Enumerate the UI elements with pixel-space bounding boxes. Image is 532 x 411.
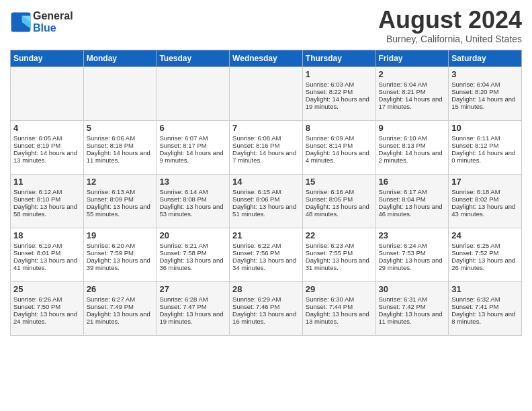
cell-w4-d7: 24Sunrise: 6:25 AMSunset: 7:52 PMDayligh… [449, 228, 522, 281]
logo-general: General [33, 10, 73, 22]
sunset-text: Sunset: 7:59 PM [87, 249, 154, 257]
sunset-text: Sunset: 7:53 PM [379, 249, 446, 257]
col-friday: Friday [375, 50, 449, 66]
day-number: 25 [13, 284, 81, 294]
cell-w5-d7: 31Sunrise: 6:32 AMSunset: 7:41 PMDayligh… [449, 281, 522, 335]
sunrise-text: Sunrise: 6:28 AM [159, 295, 226, 303]
week-row-1: 1Sunrise: 6:03 AMSunset: 8:22 PMDaylight… [11, 66, 522, 120]
sunrise-text: Sunrise: 6:06 AM [87, 134, 154, 142]
sunset-text: Sunset: 8:21 PM [379, 88, 446, 95]
sunset-text: Sunset: 8:20 PM [451, 88, 519, 95]
sunset-text: Sunset: 8:14 PM [306, 142, 373, 149]
day-number: 24 [451, 230, 519, 240]
cell-w4-d3: 20Sunrise: 6:21 AMSunset: 7:58 PMDayligh… [157, 228, 230, 281]
daylight-text: Daylight: 14 hours and 2 minutes. [379, 149, 446, 164]
sunset-text: Sunset: 8:09 PM [87, 195, 154, 203]
daylight-text: Daylight: 13 hours and 19 minutes. [159, 310, 226, 325]
sunrise-text: Sunrise: 6:14 AM [159, 188, 226, 195]
sunrise-text: Sunrise: 6:15 AM [232, 188, 300, 195]
sunrise-text: Sunrise: 6:20 AM [87, 242, 154, 249]
header-row: Sunday Monday Tuesday Wednesday Thursday… [11, 50, 522, 66]
sunrise-text: Sunrise: 6:30 AM [306, 295, 373, 303]
daylight-text: Daylight: 13 hours and 46 minutes. [379, 203, 446, 218]
sunrise-text: Sunrise: 6:23 AM [306, 242, 373, 249]
page-header: General Blue August 2024 Burney, Califor… [10, 7, 522, 44]
daylight-text: Daylight: 13 hours and 16 minutes. [232, 310, 300, 325]
daylight-text: Daylight: 13 hours and 21 minutes. [87, 310, 154, 325]
day-number: 28 [232, 284, 300, 294]
daylight-text: Daylight: 14 hours and 0 minutes. [451, 149, 519, 164]
daylight-text: Daylight: 13 hours and 34 minutes. [232, 257, 300, 271]
cell-w2-d6: 9Sunrise: 6:10 AMSunset: 8:13 PMDaylight… [375, 120, 449, 174]
week-row-4: 18Sunrise: 6:19 AMSunset: 8:01 PMDayligh… [11, 228, 522, 281]
daylight-text: Daylight: 13 hours and 36 minutes. [159, 257, 226, 271]
col-wednesday: Wednesday [230, 50, 303, 66]
cell-w3-d5: 15Sunrise: 6:16 AMSunset: 8:05 PMDayligh… [302, 174, 375, 228]
day-number: 30 [379, 284, 446, 294]
day-number: 14 [232, 177, 300, 187]
sunset-text: Sunset: 7:55 PM [306, 249, 373, 257]
day-number: 13 [159, 177, 226, 187]
daylight-text: Daylight: 13 hours and 39 minutes. [87, 257, 154, 271]
cell-w3-d6: 16Sunrise: 6:17 AMSunset: 8:04 PMDayligh… [375, 174, 449, 228]
cell-w5-d5: 29Sunrise: 6:30 AMSunset: 7:44 PMDayligh… [302, 281, 375, 335]
cell-w1-d2 [83, 66, 157, 120]
sunset-text: Sunset: 7:41 PM [451, 303, 519, 310]
sunrise-text: Sunrise: 6:04 AM [379, 81, 446, 88]
day-number: 17 [451, 177, 519, 187]
sunrise-text: Sunrise: 6:25 AM [451, 242, 519, 249]
cell-w3-d2: 12Sunrise: 6:13 AMSunset: 8:09 PMDayligh… [83, 174, 157, 228]
sunset-text: Sunset: 8:01 PM [13, 249, 81, 257]
cell-w3-d3: 13Sunrise: 6:14 AMSunset: 8:08 PMDayligh… [157, 174, 230, 228]
day-number: 4 [13, 123, 81, 133]
sunset-text: Sunset: 8:13 PM [379, 142, 446, 149]
sunset-text: Sunset: 7:52 PM [451, 249, 519, 257]
sunset-text: Sunset: 7:58 PM [159, 249, 226, 257]
sunrise-text: Sunrise: 6:18 AM [451, 188, 519, 195]
daylight-text: Daylight: 14 hours and 7 minutes. [232, 149, 300, 164]
page-container: General Blue August 2024 Burney, Califor… [0, 0, 532, 339]
sunset-text: Sunset: 8:10 PM [13, 195, 81, 203]
sunset-text: Sunset: 8:18 PM [87, 142, 154, 149]
daylight-text: Daylight: 14 hours and 13 minutes. [13, 149, 81, 164]
week-row-2: 4Sunrise: 6:05 AMSunset: 8:19 PMDaylight… [11, 120, 522, 174]
daylight-text: Daylight: 14 hours and 9 minutes. [159, 149, 226, 164]
sunrise-text: Sunrise: 6:31 AM [379, 295, 446, 303]
sunset-text: Sunset: 8:04 PM [379, 195, 446, 203]
cell-w1-d6: 2Sunrise: 6:04 AMSunset: 8:21 PMDaylight… [375, 66, 449, 120]
day-number: 20 [159, 230, 226, 240]
cell-w1-d7: 3Sunrise: 6:04 AMSunset: 8:20 PMDaylight… [449, 66, 522, 120]
logo-icon [10, 11, 32, 33]
day-number: 18 [13, 230, 81, 240]
sunrise-text: Sunrise: 6:21 AM [159, 242, 226, 249]
sunrise-text: Sunrise: 6:12 AM [13, 188, 81, 195]
sunrise-text: Sunrise: 6:03 AM [306, 81, 373, 88]
week-row-5: 25Sunrise: 6:26 AMSunset: 7:50 PMDayligh… [11, 281, 522, 335]
cell-w4-d4: 21Sunrise: 6:22 AMSunset: 7:56 PMDayligh… [230, 228, 303, 281]
cell-w1-d5: 1Sunrise: 6:03 AMSunset: 8:22 PMDaylight… [302, 66, 375, 120]
sunrise-text: Sunrise: 6:19 AM [13, 242, 81, 249]
day-number: 8 [306, 123, 373, 133]
day-number: 15 [306, 177, 373, 187]
col-tuesday: Tuesday [157, 50, 230, 66]
cell-w2-d7: 10Sunrise: 6:11 AMSunset: 8:12 PMDayligh… [449, 120, 522, 174]
daylight-text: Daylight: 13 hours and 11 minutes. [379, 310, 446, 325]
day-number: 29 [306, 284, 373, 294]
sunrise-text: Sunrise: 6:08 AM [232, 134, 300, 142]
daylight-text: Daylight: 13 hours and 31 minutes. [306, 257, 373, 271]
col-monday: Monday [83, 50, 157, 66]
cell-w5-d4: 28Sunrise: 6:29 AMSunset: 7:46 PMDayligh… [230, 281, 303, 335]
sunset-text: Sunset: 7:49 PM [87, 303, 154, 310]
sunrise-text: Sunrise: 6:07 AM [159, 134, 226, 142]
cell-w2-d3: 6Sunrise: 6:07 AMSunset: 8:17 PMDaylight… [157, 120, 230, 174]
sunset-text: Sunset: 8:19 PM [13, 142, 81, 149]
day-number: 2 [379, 69, 446, 79]
sunrise-text: Sunrise: 6:22 AM [232, 242, 300, 249]
cell-w3-d7: 17Sunrise: 6:18 AMSunset: 8:02 PMDayligh… [449, 174, 522, 228]
daylight-text: Daylight: 14 hours and 15 minutes. [451, 95, 519, 110]
cell-w3-d1: 11Sunrise: 6:12 AMSunset: 8:10 PMDayligh… [11, 174, 84, 228]
week-row-3: 11Sunrise: 6:12 AMSunset: 8:10 PMDayligh… [11, 174, 522, 228]
sunset-text: Sunset: 7:42 PM [379, 303, 446, 310]
day-number: 11 [13, 177, 81, 187]
daylight-text: Daylight: 13 hours and 51 minutes. [232, 203, 300, 218]
